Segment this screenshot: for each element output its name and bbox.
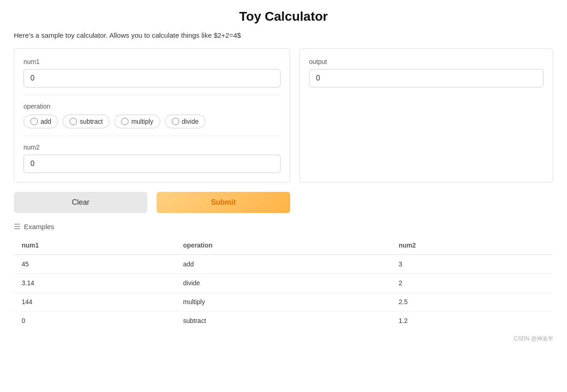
radio-add-input[interactable] [30, 118, 38, 125]
cell-num1: 3.14 [14, 274, 176, 293]
radio-multiply-input[interactable] [121, 118, 129, 125]
buttons-row: Clear Submit [14, 192, 553, 213]
cell-num1: 0 [14, 311, 176, 330]
examples-label: Examples [24, 223, 54, 231]
submit-button[interactable]: Submit [157, 192, 290, 213]
radio-subtract-input[interactable] [70, 118, 77, 125]
radio-subtract-label: subtract [80, 118, 103, 125]
table-header-row: num1 operation num2 [14, 236, 553, 255]
clear-button[interactable]: Clear [14, 192, 147, 213]
radio-subtract[interactable]: subtract [63, 115, 110, 128]
operation-label: operation [23, 103, 281, 110]
list-icon: ☰ [14, 222, 20, 231]
radio-divide-input[interactable] [172, 118, 179, 125]
col-header-num1: num1 [14, 236, 176, 255]
num1-input[interactable] [23, 69, 281, 87]
num2-section: num2 [23, 136, 281, 173]
radio-divide[interactable]: divide [165, 115, 206, 128]
table-row[interactable]: 0subtract1.2 [14, 311, 553, 330]
num2-label: num2 [23, 144, 281, 151]
operation-radio-group: add subtract multiply divide [23, 115, 281, 128]
main-layout: num1 operation add subtract multiply div… [14, 48, 553, 183]
cell-num1: 45 [14, 255, 176, 274]
divider-1 [23, 95, 281, 95]
table-head: num1 operation num2 [14, 236, 553, 255]
table-row[interactable]: 45add3 [14, 255, 553, 274]
table-row[interactable]: 144multiply2.5 [14, 293, 553, 311]
page-description: Here's a sample toy calculator. Allows y… [14, 31, 553, 39]
cell-operation: subtract [176, 311, 392, 330]
radio-multiply[interactable]: multiply [114, 115, 160, 128]
cell-num2: 2.5 [392, 293, 553, 311]
radio-multiply-label: multiply [131, 118, 153, 125]
cell-operation: divide [176, 274, 392, 293]
watermark: CSDN @神洛华 [14, 335, 553, 343]
cell-num2: 1.2 [392, 311, 553, 330]
output-input [309, 69, 544, 87]
examples-section: ☰ Examples num1 operation num2 45add33.1… [14, 222, 553, 330]
col-header-num2: num2 [392, 236, 553, 255]
output-panel: output [299, 48, 553, 183]
cell-num2: 3 [392, 255, 553, 274]
col-header-operation: operation [176, 236, 392, 255]
radio-divide-label: divide [182, 118, 199, 125]
table-row[interactable]: 3.14divide2 [14, 274, 553, 293]
num2-input[interactable] [23, 155, 281, 173]
examples-header: ☰ Examples [14, 222, 553, 231]
table-body: 45add33.14divide2144multiply2.50subtract… [14, 255, 553, 330]
cell-operation: multiply [176, 293, 392, 311]
radio-add[interactable]: add [23, 115, 58, 128]
radio-add-label: add [41, 118, 51, 125]
divider-2 [23, 136, 281, 136]
cell-operation: add [176, 255, 392, 274]
output-label: output [309, 58, 544, 65]
input-panel: num1 operation add subtract multiply div… [14, 48, 290, 183]
cell-num2: 2 [392, 274, 553, 293]
examples-table: num1 operation num2 45add33.14divide2144… [14, 236, 553, 330]
cell-num1: 144 [14, 293, 176, 311]
num1-label: num1 [23, 58, 281, 65]
page-title: Toy Calculator [14, 9, 553, 24]
